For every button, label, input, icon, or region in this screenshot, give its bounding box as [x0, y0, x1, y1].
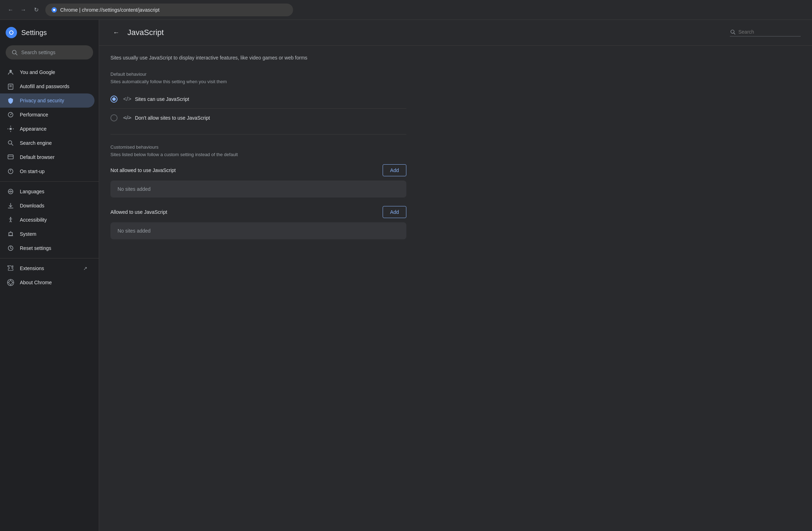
section-title-default: Default behaviour — [110, 72, 406, 77]
svg-point-4 — [10, 31, 13, 34]
svg-point-16 — [10, 131, 11, 132]
nav-label-autofill: Autofill and passwords — [20, 84, 69, 89]
svg-line-33 — [11, 221, 12, 222]
nav-label-privacy: Privacy and security — [20, 98, 64, 103]
app-container: Settings You and Google Autofill and pas… — [0, 20, 812, 531]
browser-icon — [7, 154, 14, 161]
back-button[interactable]: ← — [6, 5, 16, 15]
allowed-title: Allowed to use JavaScript — [110, 209, 167, 215]
nav-label-downloads: Downloads — [20, 203, 44, 209]
radio-circle-allow — [110, 96, 118, 103]
svg-rect-21 — [8, 155, 13, 159]
nav-item-autofill[interactable]: Autofill and passwords — [0, 79, 95, 93]
svg-point-14 — [10, 128, 12, 130]
radio-label-allow: Sites can use JavaScript — [135, 96, 189, 102]
nav-label-accessibility: Accessibility — [20, 217, 47, 223]
address-bar[interactable]: Chrome | chrome://settings/content/javas… — [45, 4, 293, 16]
reload-button[interactable]: ↻ — [31, 5, 41, 15]
forward-button[interactable]: → — [18, 5, 28, 15]
external-link-icon: ↗ — [83, 266, 87, 271]
svg-point-18 — [13, 129, 14, 130]
svg-line-6 — [16, 53, 17, 55]
startup-icon — [7, 168, 14, 175]
content-back-button[interactable]: ← — [110, 27, 122, 38]
radio-option-allow[interactable]: </> Sites can use JavaScript — [110, 90, 406, 108]
main-content: ← JavaScript Sites usually use JavaScrip… — [99, 20, 812, 531]
nav-label-languages: Languages — [20, 189, 44, 194]
nav-item-accessibility[interactable]: Accessibility — [0, 213, 95, 227]
allowed-header: Allowed to use JavaScript Add — [110, 206, 406, 218]
performance-icon — [7, 111, 14, 118]
search-settings-bar[interactable] — [6, 45, 93, 59]
svg-line-20 — [11, 144, 13, 145]
nav-item-appearance[interactable]: Appearance — [0, 122, 95, 136]
section-title-custom: Customised behaviours — [110, 144, 406, 150]
section-subtitle-default: Sites automatically follow this setting … — [110, 79, 406, 84]
svg-line-39 — [734, 33, 735, 34]
accessibility-icon — [7, 216, 14, 223]
nav-buttons: ← → ↻ — [6, 5, 41, 15]
nav-item-default-browser[interactable]: Default browser — [0, 150, 95, 164]
nav-item-languages[interactable]: Languages — [0, 184, 95, 199]
nav-item-system[interactable]: System — [0, 227, 95, 241]
content-header: ← JavaScript — [99, 20, 812, 46]
appearance-icon — [7, 125, 14, 132]
nav-label-default-browser: Default browser — [20, 154, 55, 160]
code-icon: </> — [123, 96, 131, 102]
nav-item-you-and-google[interactable]: You and Google — [0, 65, 95, 79]
chrome-logo-icon — [6, 27, 17, 38]
nav-item-search-engine[interactable]: Search engine — [0, 136, 95, 150]
svg-point-1 — [53, 9, 55, 11]
radio-option-disallow[interactable]: </> Don't allow sites to use JavaScript — [110, 108, 406, 127]
svg-point-29 — [10, 217, 11, 218]
not-allowed-header: Not allowed to use JavaScript Add — [110, 164, 406, 176]
autofill-icon — [7, 83, 14, 90]
nav-item-reset[interactable]: Reset settings — [0, 241, 95, 255]
allowed-empty: No sites added — [110, 222, 406, 239]
nav-item-on-startup[interactable]: On start-up — [0, 164, 95, 178]
content-search-icon — [730, 29, 736, 35]
svg-rect-34 — [9, 233, 12, 235]
content-search-input[interactable] — [738, 29, 800, 35]
browser-chrome: ← → ↻ Chrome | chrome://settings/content… — [0, 0, 812, 20]
languages-icon — [7, 188, 14, 195]
page-title: JavaScript — [127, 28, 164, 37]
nav-label-extensions: Extensions — [20, 266, 44, 271]
nav-item-extensions[interactable]: Extensions ↗ — [0, 261, 95, 275]
default-behaviour-section: Default behaviour Sites automatically fo… — [110, 72, 406, 127]
about-chrome-icon — [7, 279, 14, 286]
reset-icon — [7, 245, 14, 252]
search-icon — [11, 49, 18, 56]
nav-item-about[interactable]: About Chrome — [0, 275, 95, 290]
not-allowed-title: Not allowed to use JavaScript — [110, 167, 176, 173]
nav-label-on-startup: On start-up — [20, 169, 45, 174]
person-icon — [7, 69, 14, 76]
search-engine-icon — [7, 139, 14, 147]
add-allowed-button[interactable]: Add — [383, 206, 406, 218]
content-search-bar[interactable] — [730, 29, 801, 36]
downloads-icon — [7, 202, 14, 209]
add-not-allowed-button[interactable]: Add — [383, 164, 406, 176]
system-icon — [7, 230, 14, 238]
content-header-left: ← JavaScript — [110, 27, 164, 38]
nav-item-downloads[interactable]: Downloads — [0, 199, 95, 213]
settings-title: Settings — [21, 29, 47, 37]
nav-label-performance: Performance — [20, 112, 48, 118]
svg-point-15 — [10, 126, 11, 127]
nav-item-privacy[interactable]: Privacy and security — [0, 93, 95, 108]
sidebar: Settings You and Google Autofill and pas… — [0, 20, 99, 531]
nav-label-system: System — [20, 231, 36, 237]
customised-behaviours-section: Customised behaviours Sites listed below… — [110, 144, 406, 239]
content-body: Sites usually use JavaScript to display … — [99, 46, 418, 256]
search-settings-input[interactable] — [21, 50, 87, 55]
nav-label-search-engine: Search engine — [20, 140, 52, 146]
not-allowed-section: Not allowed to use JavaScript Add No sit… — [110, 164, 406, 198]
extensions-icon — [7, 265, 14, 272]
nav-label-about: About Chrome — [20, 280, 52, 285]
radio-option-disallow-content: </> Don't allow sites to use JavaScript — [123, 115, 210, 121]
radio-circle-disallow — [110, 114, 118, 121]
nav-item-performance[interactable]: Performance — [0, 108, 95, 122]
allowed-section: Allowed to use JavaScript Add No sites a… — [110, 206, 406, 239]
nav-divider-2 — [0, 258, 99, 258]
nav-label-appearance: Appearance — [20, 126, 47, 132]
